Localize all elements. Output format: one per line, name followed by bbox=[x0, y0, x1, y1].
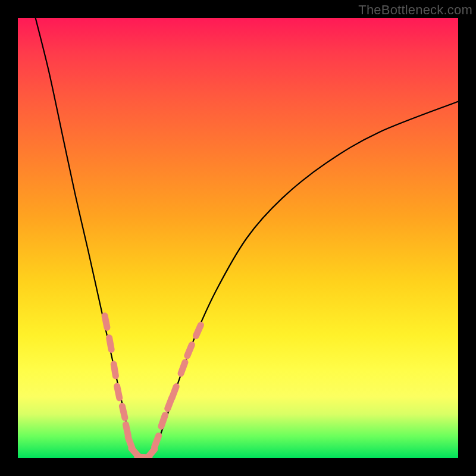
data-marker bbox=[161, 415, 165, 427]
data-marker bbox=[155, 436, 159, 447]
data-marker bbox=[172, 387, 176, 398]
data-marker bbox=[181, 362, 185, 374]
plot-area bbox=[18, 18, 458, 458]
data-marker bbox=[196, 325, 201, 336]
data-marker bbox=[109, 338, 112, 350]
watermark-text: TheBottleneck.com bbox=[358, 2, 472, 18]
curve-svg bbox=[18, 18, 458, 458]
data-marker bbox=[187, 345, 192, 355]
bottleneck-curve bbox=[36, 18, 458, 458]
data-marker bbox=[105, 316, 107, 328]
data-marker bbox=[122, 406, 124, 418]
data-markers-group bbox=[105, 316, 201, 458]
data-marker bbox=[117, 386, 120, 398]
data-marker bbox=[147, 449, 155, 458]
data-marker bbox=[114, 364, 115, 376]
chart-frame: TheBottleneck.com bbox=[0, 0, 476, 476]
